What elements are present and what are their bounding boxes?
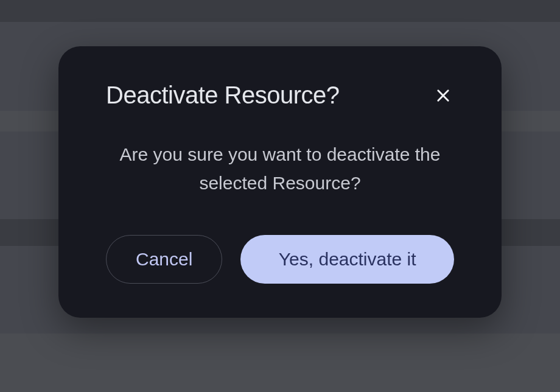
confirm-button[interactable]: Yes, deactivate it — [240, 235, 454, 284]
close-button[interactable] — [432, 85, 454, 107]
cancel-button[interactable]: Cancel — [106, 235, 222, 284]
confirmation-dialog: Deactivate Resource? Are you sure you wa… — [58, 46, 502, 318]
dialog-header: Deactivate Resource? — [106, 82, 454, 109]
dialog-title: Deactivate Resource? — [106, 82, 340, 109]
close-icon — [435, 87, 452, 104]
dialog-overlay[interactable]: Deactivate Resource? Are you sure you wa… — [0, 0, 560, 392]
dialog-message: Are you sure you want to deactivate the … — [112, 141, 448, 197]
dialog-footer: Cancel Yes, deactivate it — [106, 235, 454, 284]
dialog-body: Are you sure you want to deactivate the … — [106, 141, 454, 197]
